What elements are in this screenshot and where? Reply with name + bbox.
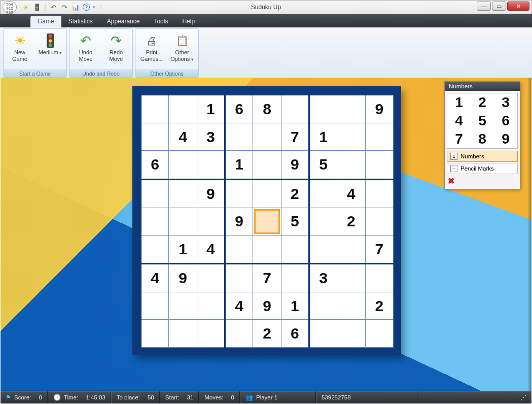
cell-0-3[interactable]: 6	[225, 95, 253, 123]
difficulty-icon[interactable]: 🚦	[33, 3, 41, 11]
cell-5-2[interactable]: 4	[197, 235, 225, 263]
cell-4-2[interactable]	[197, 208, 225, 235]
cell-6-2[interactable]	[197, 264, 225, 292]
cell-8-3[interactable]	[225, 320, 253, 348]
cell-1-8[interactable]	[365, 123, 393, 151]
cell-1-0[interactable]	[141, 123, 169, 151]
numpad-4[interactable]: 4	[447, 112, 471, 130]
cell-7-8[interactable]: 2	[365, 292, 393, 320]
numpad-5[interactable]: 5	[471, 112, 494, 130]
new-game-icon[interactable]: ☀	[22, 3, 30, 11]
other-options-button[interactable]: 📋 OtherOptions	[167, 31, 197, 70]
cell-2-4[interactable]	[253, 151, 281, 179]
cell-1-6[interactable]: 1	[309, 123, 337, 151]
tab-game[interactable]: Game	[30, 16, 61, 27]
cell-0-2[interactable]: 1	[197, 95, 225, 123]
cell-7-1[interactable]	[169, 292, 197, 320]
cell-3-7[interactable]: 4	[337, 179, 365, 208]
cell-8-7[interactable]	[337, 320, 365, 348]
cell-0-7[interactable]	[337, 95, 365, 123]
cell-4-0[interactable]	[141, 208, 169, 235]
cell-3-4[interactable]	[253, 179, 281, 208]
cell-6-5[interactable]	[281, 264, 309, 292]
cell-2-5[interactable]: 9	[281, 151, 309, 179]
stats-icon[interactable]: 📊	[72, 3, 80, 11]
cell-5-4[interactable]	[253, 235, 281, 263]
cell-4-3[interactable]: 9	[225, 208, 253, 235]
cell-0-0[interactable]	[141, 95, 169, 123]
numpad-9[interactable]: 9	[494, 130, 517, 148]
cell-4-8[interactable]	[365, 208, 393, 235]
cell-2-2[interactable]	[197, 151, 225, 179]
help-icon[interactable]: ?	[83, 4, 90, 11]
cell-2-6[interactable]: 5	[309, 151, 337, 179]
cell-3-3[interactable]	[225, 179, 253, 208]
cell-1-4[interactable]	[253, 123, 281, 151]
undo-button[interactable]: ↶ UndoMove	[70, 31, 101, 70]
cell-7-6[interactable]	[309, 292, 337, 320]
cell-0-4[interactable]: 8	[253, 95, 281, 123]
cell-5-5[interactable]	[281, 235, 309, 263]
tab-help[interactable]: Help	[175, 16, 202, 27]
cell-1-3[interactable]	[225, 123, 253, 151]
cell-3-1[interactable]	[169, 179, 197, 208]
cell-2-0[interactable]: 6	[141, 151, 169, 179]
cell-4-1[interactable]	[169, 208, 197, 235]
cell-8-2[interactable]	[197, 320, 225, 348]
cell-8-1[interactable]	[169, 320, 197, 348]
tab-tools[interactable]: Tools	[147, 16, 175, 27]
cell-6-7[interactable]	[337, 264, 365, 292]
cell-1-7[interactable]	[337, 123, 365, 151]
cell-7-3[interactable]: 4	[225, 292, 253, 320]
mode-numbers-button[interactable]: 1 Numbers	[447, 151, 518, 162]
cell-5-0[interactable]	[141, 235, 169, 263]
cell-6-8[interactable]	[365, 264, 393, 292]
numpad-2[interactable]: 2	[471, 93, 494, 112]
cell-5-1[interactable]: 1	[169, 235, 197, 263]
cell-4-4[interactable]	[253, 208, 281, 235]
cell-4-7[interactable]: 2	[337, 208, 365, 235]
tab-appearance[interactable]: Appearance	[100, 16, 147, 27]
print-button[interactable]: 🖨 PrintGames...	[136, 31, 167, 70]
numpad-6[interactable]: 6	[494, 112, 517, 130]
numpad-3[interactable]: 3	[494, 93, 517, 112]
cell-2-8[interactable]	[365, 151, 393, 179]
cell-1-1[interactable]: 4	[169, 123, 197, 151]
tab-statistics[interactable]: Statistics	[61, 16, 100, 27]
cell-8-8[interactable]	[365, 320, 393, 348]
cell-7-7[interactable]	[337, 292, 365, 320]
cell-5-8[interactable]: 7	[365, 235, 393, 263]
cell-6-4[interactable]: 7	[253, 264, 281, 292]
cell-8-0[interactable]	[141, 320, 169, 348]
cell-3-8[interactable]	[365, 179, 393, 208]
cell-5-6[interactable]	[309, 235, 337, 263]
redo-icon[interactable]: ↷	[60, 3, 68, 11]
cell-7-4[interactable]: 9	[253, 292, 281, 320]
cell-8-6[interactable]	[309, 320, 337, 348]
cell-3-2[interactable]: 9	[197, 179, 225, 208]
cell-3-6[interactable]	[309, 179, 337, 208]
numpad-1[interactable]: 1	[447, 93, 471, 112]
redo-button[interactable]: ↷ RedoMove	[101, 31, 131, 70]
erase-button[interactable]: ✖	[448, 176, 517, 186]
minimize-button[interactable]: —	[477, 2, 491, 11]
difficulty-button[interactable]: 🚦 Medium	[35, 31, 65, 70]
new-game-button[interactable]: ☀ NewGame	[5, 31, 35, 70]
numpad-8[interactable]: 8	[471, 130, 494, 148]
cell-3-5[interactable]: 2	[281, 179, 309, 208]
sudoku-grid[interactable]: 1689437161959249521474973491226	[140, 94, 394, 348]
mode-pencil-button[interactable]: ··· Pencil Marks	[447, 163, 518, 174]
close-button[interactable]: ✕	[507, 2, 529, 11]
cell-0-8[interactable]: 9	[365, 95, 393, 123]
cell-2-1[interactable]	[169, 151, 197, 179]
numpad-7[interactable]: 7	[447, 130, 471, 148]
cell-6-3[interactable]	[225, 264, 253, 292]
cell-7-0[interactable]	[141, 292, 169, 320]
maximize-button[interactable]: ▭	[492, 2, 506, 11]
cell-0-5[interactable]	[281, 95, 309, 123]
cell-3-0[interactable]	[141, 179, 169, 208]
cell-0-6[interactable]	[309, 95, 337, 123]
cell-8-4[interactable]: 2	[253, 320, 281, 348]
cell-5-7[interactable]	[337, 235, 365, 263]
cell-2-7[interactable]	[337, 151, 365, 179]
